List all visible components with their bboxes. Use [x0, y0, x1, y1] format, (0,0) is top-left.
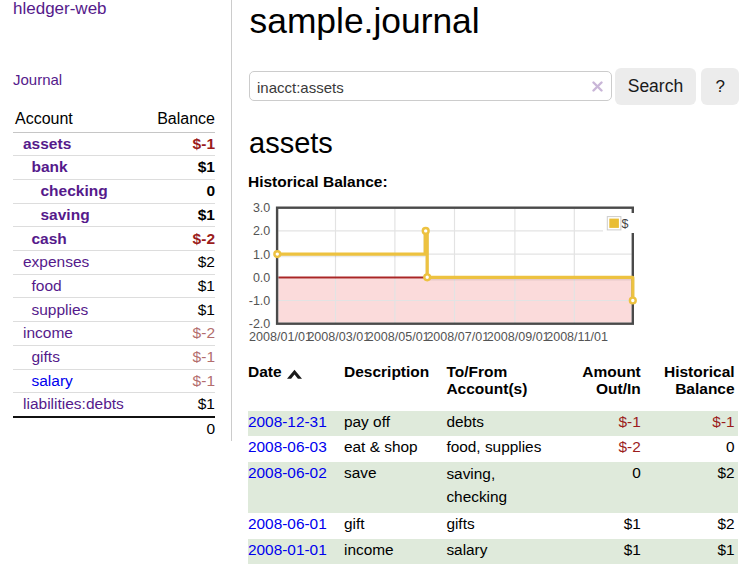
svg-text:$: $ [621, 217, 628, 231]
svg-text:3.0: 3.0 [253, 201, 270, 215]
svg-text:2008/09/01: 2008/09/01 [487, 330, 550, 344]
svg-text:2.0: 2.0 [253, 224, 270, 238]
svg-text:0.0: 0.0 [253, 271, 270, 285]
svg-text:-1.0: -1.0 [249, 294, 271, 308]
svg-text:2008/03/01: 2008/03/01 [307, 330, 370, 344]
svg-text:2008/01/01: 2008/01/01 [249, 330, 312, 344]
svg-text:1.0: 1.0 [253, 248, 270, 262]
svg-text:2008/11/01: 2008/11/01 [546, 330, 608, 344]
svg-text:2008/07/01: 2008/07/01 [426, 330, 489, 344]
svg-text:2008/05/01: 2008/05/01 [367, 330, 430, 344]
